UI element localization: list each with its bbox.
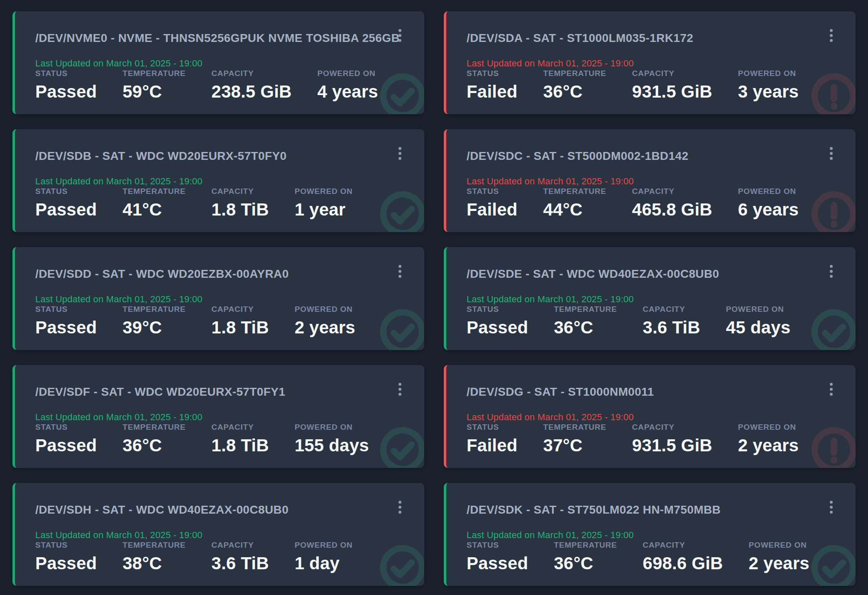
drive-card[interactable]: /DEV/SDF - SAT - WDC WD20EURX-57T0FY1 La… <box>12 365 424 468</box>
stat-label: POWERED ON <box>738 423 799 432</box>
drive-title: /DEV/SDE - SAT - WDC WD40EZAX-00C8UB0 <box>467 267 810 281</box>
stats-row: STATUS Passed TEMPERATURE 38°C CAPACITY … <box>35 541 379 573</box>
drive-title: /DEV/SDG - SAT - ST1000NM0011 <box>467 385 810 399</box>
kebab-menu-button[interactable] <box>393 499 407 515</box>
kebab-menu-button[interactable] <box>393 381 407 397</box>
drive-title: /DEV/SDK - SAT - ST750LM022 HN-M750MBB <box>467 503 810 517</box>
kebab-menu-button[interactable] <box>824 27 838 44</box>
kebab-menu-button[interactable] <box>824 381 838 397</box>
temperature-value: 37°C <box>543 436 606 455</box>
powered-on-value: 1 year <box>295 200 353 220</box>
kebab-menu-button[interactable] <box>393 145 407 162</box>
powered-on-value: 6 years <box>738 200 799 220</box>
stat-temperature: TEMPERATURE 39°C <box>122 305 186 338</box>
last-updated-text: Last Updated on March 01, 2025 - 19:00 <box>467 294 810 305</box>
stat-temperature: TEMPERATURE 59°C <box>122 69 186 102</box>
stat-powered-on: POWERED ON 1 year <box>295 187 353 220</box>
stats-row: STATUS Failed TEMPERATURE 37°C CAPACITY … <box>467 423 810 455</box>
stat-label: TEMPERATURE <box>543 69 606 78</box>
kebab-icon <box>399 147 401 150</box>
drive-card[interactable]: /DEV/SDE - SAT - WDC WD40EZAX-00C8UB0 La… <box>444 247 856 350</box>
stats-row: STATUS Passed TEMPERATURE 36°C CAPACITY … <box>467 305 810 338</box>
stat-label: STATUS <box>35 541 97 550</box>
status-value: Passed <box>35 553 97 573</box>
stat-label: STATUS <box>35 187 97 196</box>
stat-capacity: CAPACITY 3.6 TiB <box>211 541 269 573</box>
last-updated-text: Last Updated on March 01, 2025 - 19:00 <box>35 412 379 423</box>
temperature-value: 39°C <box>122 318 186 338</box>
check-circle-icon <box>811 544 856 586</box>
stat-label: POWERED ON <box>295 423 369 432</box>
stat-label: TEMPERATURE <box>543 423 606 432</box>
stats-row: STATUS Failed TEMPERATURE 36°C CAPACITY … <box>467 69 810 102</box>
drive-card[interactable]: /DEV/NVME0 - NVME - THNSN5256GPUK NVME T… <box>12 11 424 114</box>
stats-row: STATUS Passed TEMPERATURE 36°C CAPACITY … <box>467 541 810 573</box>
drive-card[interactable]: /DEV/SDG - SAT - ST1000NM0011 Last Updat… <box>444 365 856 468</box>
stat-label: TEMPERATURE <box>122 187 186 196</box>
capacity-value: 698.6 GiB <box>643 553 723 573</box>
stat-label: POWERED ON <box>318 69 378 78</box>
drive-title: /DEV/SDC - SAT - ST500DM002-1BD142 <box>467 149 810 163</box>
stat-label: STATUS <box>467 187 518 196</box>
kebab-icon <box>399 29 401 32</box>
stat-status: STATUS Passed <box>35 187 97 220</box>
check-circle-icon <box>811 309 856 350</box>
stat-temperature: TEMPERATURE 38°C <box>122 541 186 573</box>
temperature-value: 44°C <box>543 200 606 220</box>
kebab-icon <box>399 383 401 386</box>
powered-on-value: 45 days <box>726 318 791 338</box>
kebab-icon <box>399 265 401 268</box>
capacity-value: 238.5 GiB <box>211 82 291 102</box>
stat-label: CAPACITY <box>211 423 269 432</box>
kebab-menu-button[interactable] <box>824 499 838 515</box>
drive-card[interactable]: /DEV/SDD - SAT - WDC WD20EZBX-00AYRA0 La… <box>12 247 424 350</box>
stat-capacity: CAPACITY 931.5 GiB <box>632 69 712 102</box>
stat-powered-on: POWERED ON 2 years <box>738 423 799 455</box>
stat-temperature: TEMPERATURE 36°C <box>543 69 606 102</box>
stat-label: STATUS <box>467 423 518 432</box>
stat-status: STATUS Failed <box>467 187 518 220</box>
stat-powered-on: POWERED ON 2 years <box>295 305 355 338</box>
stat-status: STATUS Passed <box>35 541 97 573</box>
drive-card[interactable]: /DEV/SDH - SAT - WDC WD40EZAX-00C8UB0 La… <box>12 483 424 586</box>
stat-label: POWERED ON <box>738 187 799 196</box>
kebab-menu-button[interactable] <box>824 263 838 279</box>
powered-on-value: 2 years <box>295 318 355 338</box>
stat-status: STATUS Failed <box>467 69 518 102</box>
stat-status: STATUS Passed <box>35 69 97 102</box>
stat-powered-on: POWERED ON 45 days <box>726 305 791 338</box>
stat-status: STATUS Passed <box>35 305 97 338</box>
kebab-icon <box>399 501 401 504</box>
check-circle-icon <box>379 544 424 586</box>
drive-card[interactable]: /DEV/SDA - SAT - ST1000LM035-1RK172 Last… <box>444 11 856 114</box>
stat-temperature: TEMPERATURE 44°C <box>543 187 606 220</box>
stats-row: STATUS Passed TEMPERATURE 41°C CAPACITY … <box>35 187 379 220</box>
stat-label: STATUS <box>467 69 518 78</box>
stats-row: STATUS Passed TEMPERATURE 39°C CAPACITY … <box>35 305 379 338</box>
stat-label: CAPACITY <box>643 541 723 550</box>
stat-label: CAPACITY <box>632 423 712 432</box>
stat-label: STATUS <box>35 423 97 432</box>
kebab-menu-button[interactable] <box>393 27 407 44</box>
temperature-value: 36°C <box>554 553 617 573</box>
stat-label: STATUS <box>467 541 528 550</box>
stat-label: CAPACITY <box>632 187 712 196</box>
stat-label: TEMPERATURE <box>554 541 617 550</box>
stat-label: TEMPERATURE <box>543 187 606 196</box>
stat-label: CAPACITY <box>211 305 269 314</box>
stat-temperature: TEMPERATURE 36°C <box>122 423 186 455</box>
capacity-value: 931.5 GiB <box>632 436 712 455</box>
drive-card[interactable]: /DEV/SDB - SAT - WDC WD20EURX-57T0FY0 La… <box>12 129 424 232</box>
error-circle-icon <box>811 426 856 468</box>
stat-powered-on: POWERED ON 1 day <box>295 541 353 573</box>
stat-temperature: TEMPERATURE 37°C <box>543 423 606 455</box>
drive-grid: /DEV/NVME0 - NVME - THNSN5256GPUK NVME T… <box>12 11 856 586</box>
stat-label: CAPACITY <box>211 69 291 78</box>
kebab-menu-button[interactable] <box>393 263 407 279</box>
kebab-menu-button[interactable] <box>824 145 838 162</box>
stat-status: STATUS Passed <box>35 423 97 455</box>
status-value: Failed <box>467 82 518 102</box>
drive-card[interactable]: /DEV/SDC - SAT - ST500DM002-1BD142 Last … <box>444 129 856 232</box>
drive-card[interactable]: /DEV/SDK - SAT - ST750LM022 HN-M750MBB L… <box>444 483 856 586</box>
powered-on-value: 1 day <box>295 553 353 573</box>
